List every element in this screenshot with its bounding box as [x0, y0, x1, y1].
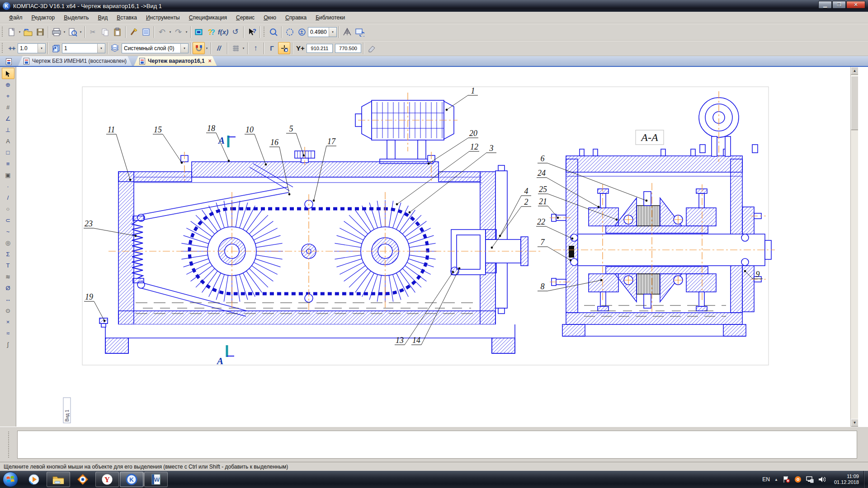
drawing-canvas[interactable]: Вид 1	[16, 67, 858, 427]
maximize-button[interactable]: ❐	[832, 1, 846, 9]
tool-erase[interactable]: ×	[2, 316, 14, 328]
menu-item-сервис[interactable]: Сервис	[231, 13, 259, 23]
zoom-by-selection-button[interactable]	[283, 26, 296, 38]
tool-dot[interactable]: ·	[2, 181, 14, 192]
new-from-template-button[interactable]: ??	[205, 26, 217, 38]
tool-measure[interactable]: ≈	[2, 328, 14, 339]
zoom-in-out-button[interactable]: ±	[296, 26, 308, 38]
specification-button[interactable]	[140, 26, 152, 38]
start-button[interactable]	[3, 472, 18, 487]
layer-combo[interactable]: Системный слой (0) ▾	[122, 43, 189, 53]
new-document-button[interactable]	[5, 26, 18, 38]
tool-perpendicular[interactable]: ⊥	[2, 124, 14, 136]
avast-icon[interactable]	[794, 476, 802, 483]
menu-item-редактор[interactable]: Редактор	[27, 13, 60, 23]
scroll-up-button[interactable]: ▲	[851, 67, 858, 75]
menu-item-окно[interactable]: Окно	[259, 13, 281, 23]
tool-integral[interactable]: ∫	[2, 339, 14, 350]
show-all-button[interactable]	[341, 26, 353, 38]
coordinate-x-field[interactable]: 910.211	[307, 44, 333, 53]
tool-table[interactable]: Т	[2, 260, 14, 271]
tool-fragment[interactable]: ▣	[2, 169, 14, 181]
documents-menu-button[interactable]	[5, 57, 14, 66]
network-icon[interactable]	[806, 476, 814, 483]
print-dropdown[interactable]: ▾	[62, 26, 66, 38]
redo-dropdown[interactable]: ▾	[184, 26, 189, 38]
tool-linear-dim[interactable]: ↔	[2, 294, 14, 305]
tool-text[interactable]: А	[2, 136, 14, 147]
print-preview-button[interactable]	[66, 26, 79, 38]
scrollbar-thumb[interactable]	[851, 76, 858, 130]
zoom-by-frame-button[interactable]	[267, 26, 279, 38]
rebuild-variables-button[interactable]: ↺	[229, 26, 241, 38]
new-document-dropdown[interactable]: ▾	[18, 26, 22, 38]
menu-item-спецификация[interactable]: Спецификация	[184, 13, 231, 23]
refresh-image-button[interactable]	[353, 26, 365, 38]
taskbar-faststone-viewer[interactable]	[71, 472, 94, 487]
minimize-button[interactable]: ▁	[818, 1, 832, 9]
snap-settings-dropdown[interactable]: ▾	[205, 42, 209, 54]
action-center-icon[interactable]	[783, 476, 790, 483]
current-view-dropdown[interactable]: ▾	[97, 44, 105, 53]
zoom-scale-dropdown[interactable]: ▾	[329, 28, 336, 37]
current-view-combo[interactable]: 1 ▾	[62, 43, 105, 53]
scroll-down-button[interactable]: ▼	[851, 419, 858, 427]
tool-hatch[interactable]: ≋	[2, 271, 14, 282]
tool-segment[interactable]: /	[2, 192, 14, 203]
menu-item-вставка[interactable]: Вставка	[112, 13, 142, 23]
menu-item-библиотеки[interactable]: Библиотеки	[311, 13, 349, 23]
tool-angle[interactable]: ∠	[2, 113, 14, 124]
vertical-scrollbar[interactable]: ▲ ▼	[850, 67, 858, 427]
undo-button[interactable]: ↶	[156, 26, 168, 38]
layers-icon[interactable]	[109, 42, 122, 54]
toolbar-grip[interactable]	[1, 43, 4, 54]
zoom-scale-combo[interactable]: 0.4980 ▾	[308, 27, 337, 37]
cursor-step-dropdown[interactable]: ▾	[38, 44, 45, 53]
format-brush-button[interactable]	[127, 26, 140, 38]
menu-item-инструменты[interactable]: Инструменты	[142, 13, 184, 23]
layer-dropdown[interactable]: ▾	[180, 44, 188, 53]
language-indicator[interactable]: EN	[762, 476, 770, 483]
preview-dropdown[interactable]: ▾	[79, 26, 83, 38]
grid-dropdown[interactable]: ▾	[241, 42, 245, 54]
ortho-mode-button[interactable]: Г	[266, 42, 278, 54]
paste-button[interactable]	[111, 26, 123, 38]
property-bar-grip[interactable]	[8, 432, 10, 458]
menu-item-вид[interactable]: Вид	[94, 13, 113, 23]
cut-button[interactable]: ✂	[87, 26, 99, 38]
tool-ellipse[interactable]: ◎	[2, 237, 14, 249]
tab-close-button[interactable]: ×	[208, 58, 212, 64]
save-button[interactable]	[34, 26, 46, 38]
toolbar-grip[interactable]	[1, 27, 4, 38]
taskbar-yandex-browser[interactable]: Y	[95, 472, 119, 487]
tool-circle[interactable]: ○	[2, 203, 14, 215]
tool-select-arrow[interactable]	[2, 68, 14, 79]
clock[interactable]: 11:09 01.12.2018	[834, 474, 859, 485]
redo-button[interactable]: ↷	[172, 26, 184, 38]
cursor-step-combo[interactable]: 1.0 ▾	[18, 43, 46, 53]
document-tab-1[interactable]: Чертеж БЕЗ ИМЕНИ1 (восстановлен)	[18, 56, 132, 66]
taskbar-media-player[interactable]	[22, 472, 46, 487]
taskbar-explorer[interactable]	[47, 472, 70, 487]
current-view-icon[interactable]	[50, 42, 62, 54]
tool-arc[interactable]: ⊂	[2, 215, 14, 226]
toolbar-grip[interactable]	[263, 27, 265, 38]
menu-item-выделить[interactable]: Выделить	[59, 13, 93, 23]
menu-item-справка[interactable]: Справка	[281, 13, 311, 23]
grid-button[interactable]	[229, 42, 241, 54]
close-button[interactable]: ✕	[846, 1, 865, 9]
snap-settings-button[interactable]	[193, 42, 205, 54]
copy-button[interactable]	[99, 26, 111, 38]
menu-item-файл[interactable]: Файл	[5, 13, 27, 23]
tool-center-marker[interactable]: ⊙	[2, 305, 14, 316]
tool-point[interactable]: ⊕	[2, 79, 14, 90]
tool-rectangle[interactable]: □	[2, 147, 14, 158]
open-button[interactable]	[22, 26, 34, 38]
tool-diameter-dim[interactable]: Ø	[2, 282, 14, 294]
volume-icon[interactable]	[818, 476, 826, 483]
tool-contour[interactable]: Σ	[2, 249, 14, 260]
taskbar-word[interactable]: W	[144, 472, 168, 487]
parallel-lines-button[interactable]: //	[213, 42, 225, 54]
undo-dropdown[interactable]: ▾	[168, 26, 172, 38]
print-button[interactable]	[50, 26, 62, 38]
